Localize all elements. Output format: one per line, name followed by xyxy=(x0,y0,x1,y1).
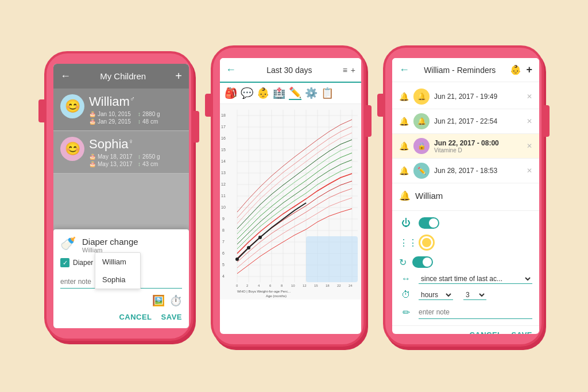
phone1-header: ← My Children + xyxy=(53,64,189,89)
tool-bag-icon[interactable]: 🎒 xyxy=(225,87,237,99)
bell-icon-4: 🔔 xyxy=(399,166,409,175)
repeat-toggle-row: ↻ xyxy=(392,253,539,271)
checkbox-diaper-wet[interactable]: ✓ xyxy=(60,258,69,267)
reminder-item-2[interactable]: 🔔 🔔 Jun 21, 2017 - 22:54 ✕ xyxy=(392,109,539,134)
phone1-screen: ← My Children + 😊 William♂ xyxy=(53,64,189,328)
child-avatar-icon: 👶 xyxy=(510,64,521,75)
svg-point-55 xyxy=(258,236,262,239)
phone2-header: ← Last 30 days ≡ + xyxy=(220,58,361,83)
back-button-3[interactable]: ← xyxy=(399,64,409,76)
section-name: William xyxy=(415,191,443,201)
sophia-name: Sophia♀ xyxy=(89,137,182,152)
svg-text:12: 12 xyxy=(303,284,307,287)
note-field[interactable] xyxy=(419,306,532,319)
add-child-button[interactable]: + xyxy=(175,70,182,83)
reminder-icon-4: ✏️ xyxy=(417,167,426,175)
hours-value-dropdown[interactable]: 3 xyxy=(463,290,486,300)
reminder-icon-3: 🔒 xyxy=(417,142,426,150)
svg-text:8: 8 xyxy=(222,228,225,232)
william-avatar-icon: 😊 xyxy=(65,99,80,114)
reminder-avatar-1: 🔔 xyxy=(413,89,430,105)
reminder-item-1[interactable]: 🔔 🔔 Jun 21, 2017 - 19:49 ✕ xyxy=(392,84,539,109)
tool-baby-icon[interactable]: 👶 xyxy=(257,87,269,99)
svg-text:7: 7 xyxy=(222,240,225,244)
sophia-details: 🎂 May 18, 2017 ↕ 2650 g 🎂 May 13, 2017 xyxy=(89,153,182,167)
cancel-button[interactable]: CANCEL xyxy=(119,313,152,321)
save-button[interactable]: SAVE xyxy=(161,313,182,321)
sophia-detail-4: ↕ 43 cm xyxy=(138,161,182,167)
add-button-2[interactable]: + xyxy=(351,66,355,75)
cancel-button-3[interactable]: CANCEL xyxy=(469,330,502,334)
tool-chart-icon[interactable]: 📋 xyxy=(321,87,334,99)
phone2-screen: ← Last 30 days ≡ + 🎒 💬 👶 🏥 ✏️ ⚙️ 📋 xyxy=(220,58,361,334)
reminder-date-1: Jun 21, 2017 - 19:49 xyxy=(434,93,522,101)
reminder-item-3[interactable]: 🔔 🔒 Jun 22, 2017 - 08:00 Vitamine D ✕ xyxy=(392,134,539,159)
dropdown-william[interactable]: William xyxy=(95,253,140,271)
add-button-3[interactable]: + xyxy=(526,64,532,76)
sophia-detail-2: ↕ 2650 g xyxy=(138,153,182,160)
svg-text:18: 18 xyxy=(326,284,330,287)
dialog-title: Diaper change xyxy=(82,237,138,247)
close-reminder-1[interactable]: ✕ xyxy=(527,93,532,101)
clock-icon: ⏱ xyxy=(399,290,413,300)
close-reminder-3[interactable]: ✕ xyxy=(527,142,532,150)
bell-icon-3: 🔔 xyxy=(399,141,409,151)
arrows-icon: ↔ xyxy=(399,274,413,284)
child-item-william[interactable]: 😊 William♂ 🎂 Jan 10, 2015 ↕ xyxy=(53,89,189,131)
reminder-avatar-3: 🔒 xyxy=(413,138,430,154)
child-item-sophia[interactable]: 😊 Sophia♀ 🎂 May 18, 2017 ↕ xyxy=(53,131,189,174)
header-right: 👶 + xyxy=(510,64,532,76)
weight-icon-1: ↕ xyxy=(138,111,141,117)
tool-chat-icon[interactable]: 💬 xyxy=(241,87,253,99)
sophia-height-icon: ↕ xyxy=(138,161,141,167)
reminder-date-4: Jun 28, 2017 - 18:53 xyxy=(434,167,522,175)
close-reminder-4[interactable]: ✕ xyxy=(527,167,532,175)
dialog-title-row: 🍼 Diaper change William xyxy=(60,236,182,253)
power-toggle[interactable] xyxy=(419,217,439,229)
reminder-info-1: Jun 21, 2017 - 19:49 xyxy=(434,93,522,101)
repeat-toggle[interactable] xyxy=(412,256,433,268)
back-button-2[interactable]: ← xyxy=(226,64,236,76)
timer-icon[interactable]: ⏱️ xyxy=(169,294,182,307)
phone2: ← Last 30 days ≡ + 🎒 💬 👶 🏥 ✏️ ⚙️ 📋 xyxy=(211,45,366,347)
repeat-row: ⋮⋮ xyxy=(392,232,539,253)
tool-medical-icon[interactable]: 🏥 xyxy=(273,87,285,99)
svg-text:15: 15 xyxy=(221,148,226,152)
hours-dropdown[interactable]: hours xyxy=(419,290,453,300)
birthday-icon-2: 🎂 xyxy=(89,118,96,125)
section-title-row: 🔔 William xyxy=(399,190,532,201)
power-icon: ⏻ xyxy=(399,218,413,228)
phone3: ← William - Reminders 👶 + 🔔 🔔 xyxy=(383,45,544,347)
sophia-detail-3: 🎂 May 13, 2017 xyxy=(89,161,133,167)
phone3-header: ← William - Reminders 👶 + xyxy=(392,58,539,82)
add-photo-icon[interactable]: 🖼️ xyxy=(152,294,165,307)
sort-icon[interactable]: ≡ xyxy=(343,66,347,75)
svg-text:9: 9 xyxy=(222,217,225,221)
svg-text:22: 22 xyxy=(337,284,341,287)
back-button[interactable]: ← xyxy=(60,70,71,82)
reminder-icon-2: 🔔 xyxy=(417,117,426,125)
svg-rect-56 xyxy=(306,236,358,282)
william-info: William♂ 🎂 Jan 10, 2015 ↕ 2880 g xyxy=(89,94,182,125)
since-start-row: ↔ since start time of last ac... xyxy=(392,271,539,287)
sophia-weight-icon: ↕ xyxy=(138,153,141,160)
svg-text:WHO | Boys Weight-for-age Perc: WHO | Boys Weight-for-age Perc... xyxy=(237,290,291,293)
sophia-gender: ♀ xyxy=(129,137,134,145)
svg-text:12: 12 xyxy=(221,182,226,186)
reminder-desc-3: Vitamine D xyxy=(434,147,522,153)
color-ring[interactable] xyxy=(419,235,435,251)
william-detail-3: 🎂 Jan 29, 2015 xyxy=(89,118,133,125)
since-dropdown[interactable]: since start time of last ac... xyxy=(419,274,532,284)
svg-text:Age (months): Age (months) xyxy=(266,294,287,298)
dropdown-sophia[interactable]: Sophia xyxy=(95,271,140,289)
close-reminder-2[interactable]: ✕ xyxy=(527,117,532,125)
child-dropdown[interactable]: William Sophia xyxy=(95,252,141,289)
william-name: William♂ xyxy=(89,94,182,109)
save-button-3[interactable]: SAVE xyxy=(512,330,532,334)
phone3-screen: ← William - Reminders 👶 + 🔔 🔔 xyxy=(392,58,539,334)
bell-icon-2: 🔔 xyxy=(399,117,409,126)
tool-dots-icon[interactable]: ⚙️ xyxy=(305,87,318,99)
dialog-icons-row: 🖼️ ⏱️ xyxy=(60,294,182,307)
reminder-item-4[interactable]: 🔔 ✏️ Jun 28, 2017 - 18:53 ✕ xyxy=(392,159,539,183)
tool-pencil-icon[interactable]: ✏️ xyxy=(289,86,301,100)
